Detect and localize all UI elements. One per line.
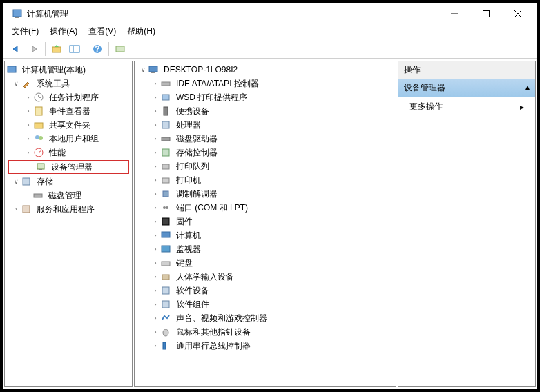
device-label: 软件组件	[174, 298, 211, 311]
tree-label: 共享文件夹	[47, 119, 93, 132]
category-icon	[160, 161, 171, 172]
expand-icon[interactable]: ›	[24, 121, 32, 129]
device-tree[interactable]: ∨ DESKTOP-1LO98I2 ›IDE ATA/ATAPI 控制器›WSD…	[135, 61, 396, 386]
device-category[interactable]: ›处理器	[135, 118, 396, 132]
expand-icon[interactable]: ›	[151, 135, 160, 143]
tree-event-viewer[interactable]: › 事件查看器	[5, 104, 132, 118]
expand-icon[interactable]: ›	[151, 176, 160, 184]
expand-icon[interactable]: ›	[151, 273, 160, 281]
menu-action[interactable]: 操作(A)	[44, 24, 83, 39]
collapse-caret-icon: ▴	[525, 82, 530, 94]
category-icon	[160, 326, 171, 337]
device-category[interactable]: ›打印机	[135, 173, 396, 187]
expand-icon[interactable]: ›	[151, 314, 160, 322]
tree-label: 本地用户和组	[47, 133, 101, 146]
back-button[interactable]	[8, 41, 24, 57]
device-category[interactable]: ›固件	[135, 215, 396, 228]
device-label: 磁盘驱动器	[174, 133, 220, 146]
collapse-icon[interactable]: ∨	[12, 79, 20, 88]
svg-text:?: ?	[95, 44, 99, 54]
actions-panel: 操作 设备管理器 ▴ 更多操作 ▸	[398, 61, 536, 387]
device-category[interactable]: ›监视器	[135, 242, 396, 256]
expand-icon[interactable]: ›	[151, 286, 160, 295]
tree-task-scheduler[interactable]: › 任务计划程序	[5, 90, 132, 104]
expand-icon[interactable]: ›	[151, 245, 160, 253]
expand-icon[interactable]: ›	[151, 162, 160, 170]
tree-root[interactable]: 计算机管理(本地)	[5, 63, 132, 77]
device-root[interactable]: ∨ DESKTOP-1LO98I2	[135, 63, 396, 77]
view-devices-button[interactable]	[112, 41, 128, 57]
expand-icon[interactable]: ›	[24, 135, 32, 143]
actions-header: 操作	[398, 61, 535, 79]
menu-file[interactable]: 文件(F)	[6, 24, 44, 39]
tree-shared-folders[interactable]: › 共享文件夹	[5, 118, 132, 132]
device-category[interactable]: ›端口 (COM 和 LPT)	[135, 201, 396, 215]
device-category[interactable]: ›WSD 打印提供程序	[135, 90, 396, 104]
category-icon	[160, 216, 171, 227]
device-label: 通用串行总线控制器	[174, 340, 253, 353]
device-category[interactable]: ›磁盘驱动器	[135, 132, 396, 146]
tree-system-tools[interactable]: ∨ 系统工具	[5, 77, 132, 90]
device-category[interactable]: ›便携设备	[135, 104, 396, 118]
collapse-icon[interactable]: ∨	[12, 177, 20, 186]
expand-icon[interactable]: ›	[151, 231, 160, 239]
forward-button[interactable]	[26, 41, 42, 57]
device-category[interactable]: ›软件设备	[135, 284, 396, 297]
svg-rect-23	[39, 169, 42, 170]
expand-icon[interactable]: ›	[151, 190, 160, 198]
expand-icon[interactable]: ›	[151, 121, 160, 129]
tree-performance[interactable]: › 性能	[5, 146, 132, 159]
expand-icon[interactable]: ›	[151, 93, 160, 101]
tree-services[interactable]: › 服务和应用程序	[5, 202, 132, 216]
up-button[interactable]	[48, 41, 65, 57]
device-category[interactable]: ›IDE ATA/ATAPI 控制器	[135, 77, 396, 90]
svg-rect-42	[162, 246, 170, 252]
help-button[interactable]: ?	[89, 41, 106, 57]
actions-selected[interactable]: 设备管理器 ▴	[398, 79, 535, 97]
collapse-icon[interactable]: ∨	[139, 66, 147, 74]
expand-icon[interactable]: ›	[12, 205, 20, 213]
tree-device-manager[interactable]: 设备管理器	[8, 160, 129, 174]
tree-local-users[interactable]: › 本地用户和组	[5, 132, 132, 146]
expand-icon[interactable]: ›	[151, 148, 160, 157]
expand-icon[interactable]: ›	[24, 107, 32, 115]
device-category[interactable]: ›键盘	[135, 256, 396, 270]
tree-label: 事件查看器	[47, 105, 93, 118]
menu-view[interactable]: 查看(V)	[83, 24, 122, 39]
expand-icon[interactable]: ›	[151, 300, 160, 308]
expand-icon[interactable]: ›	[151, 342, 160, 350]
menu-help[interactable]: 帮助(H)	[122, 24, 161, 39]
maximize-button[interactable]	[470, 3, 502, 24]
svg-point-38	[163, 206, 166, 209]
device-category[interactable]: ›计算机	[135, 228, 396, 242]
device-manager-icon	[35, 161, 46, 173]
device-category[interactable]: ›人体学输入设备	[135, 270, 396, 284]
device-category[interactable]: ›软件组件	[135, 297, 396, 311]
device-category[interactable]: ›声音、视频和游戏控制器	[135, 311, 396, 325]
console-tree[interactable]: 计算机管理(本地) ∨ 系统工具 › 任务计划程序 › 事件查看器	[5, 61, 132, 386]
device-category[interactable]: ›打印队列	[135, 159, 396, 173]
minimize-button[interactable]	[438, 3, 470, 24]
chevron-right-icon: ▸	[520, 102, 524, 112]
expand-icon[interactable]: ›	[151, 328, 160, 336]
svg-rect-28	[151, 72, 155, 73]
expand-icon[interactable]: ›	[151, 79, 160, 88]
tree-storage[interactable]: ∨ 存储	[5, 175, 132, 188]
expand-icon[interactable]: ›	[151, 204, 160, 212]
device-category[interactable]: ›存储控制器	[135, 146, 396, 159]
tree-disk-mgmt[interactable]: 磁盘管理	[5, 188, 132, 202]
device-category[interactable]: ›通用串行总线控制器	[135, 339, 396, 353]
actions-more[interactable]: 更多操作 ▸	[398, 97, 535, 116]
expand-icon[interactable]: ›	[151, 217, 160, 226]
close-button[interactable]	[502, 3, 534, 24]
users-icon	[33, 133, 44, 144]
show-hide-tree-button[interactable]	[66, 41, 83, 57]
expand-icon[interactable]: ›	[151, 259, 160, 267]
expand-icon[interactable]: ›	[24, 93, 32, 101]
device-category[interactable]: ›调制解调器	[135, 187, 396, 201]
device-label: 声音、视频和游戏控制器	[174, 312, 269, 325]
expand-icon[interactable]: ›	[151, 107, 160, 115]
device-category[interactable]: ›鼠标和其他指针设备	[135, 325, 396, 339]
expand-icon[interactable]: ›	[24, 148, 32, 157]
svg-rect-12	[8, 66, 16, 72]
